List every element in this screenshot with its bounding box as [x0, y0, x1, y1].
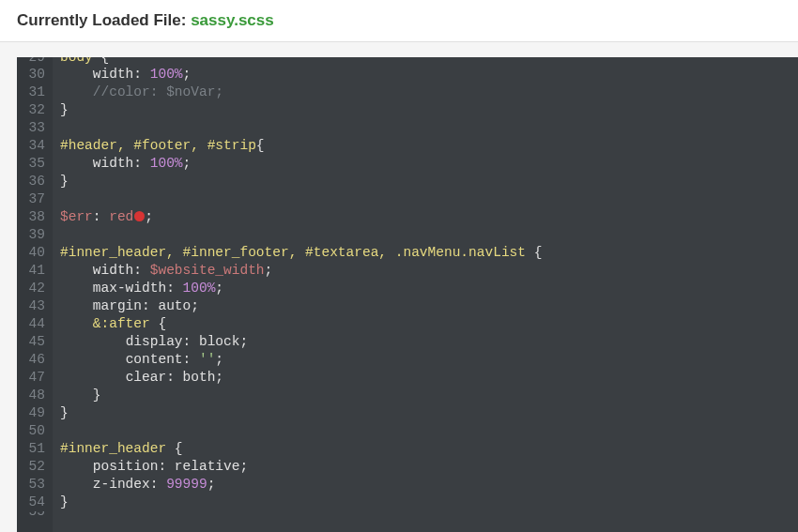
token-sel: &:after	[93, 316, 159, 331]
line-number: 55	[24, 511, 45, 520]
line-number: 49	[24, 404, 45, 422]
code-line[interactable]: display: block;	[60, 333, 542, 351]
token-str: ''	[199, 352, 215, 367]
token-sel: #header, #footer, #strip	[60, 138, 256, 153]
file-header-label: Currently Loaded File:	[17, 11, 191, 29]
token-num: 100%	[183, 281, 216, 296]
line-number: 38	[24, 208, 45, 226]
token-punc: ;	[183, 156, 192, 171]
token-prop: max-width	[93, 281, 166, 296]
token-kw: auto	[158, 298, 191, 313]
token-punc: :	[166, 281, 175, 296]
token-punc: ;	[239, 334, 248, 349]
token-punc: :	[133, 156, 142, 171]
code-line[interactable]	[60, 190, 542, 208]
file-header-filename: sassy.scss	[191, 11, 274, 29]
code-line[interactable]: }	[60, 173, 542, 190]
line-number: 50	[24, 422, 45, 440]
token-sel: #inner_header	[60, 441, 175, 456]
token-punc: :	[93, 209, 101, 224]
token-comm: //color: $noVar;	[93, 84, 223, 99]
code-line[interactable]	[60, 226, 542, 244]
color-swatch-icon	[134, 211, 145, 221]
token-punc: }	[60, 102, 69, 117]
code-line[interactable]: width: 100%;	[60, 155, 542, 173]
line-number: 37	[24, 190, 45, 208]
line-number: 41	[24, 262, 45, 280]
token-num: 99999	[166, 477, 207, 492]
token-num: 100%	[150, 156, 183, 171]
code-line[interactable]: body {	[60, 57, 542, 66]
token-kw: both	[183, 370, 216, 385]
token-punc: :	[183, 352, 192, 367]
line-number: 52	[24, 458, 45, 476]
code-line[interactable]	[60, 511, 542, 520]
token-punc: ;	[191, 298, 199, 313]
code-line[interactable]: #inner_header, #inner_footer, #textarea,…	[60, 244, 542, 262]
token-prop: display	[126, 334, 183, 349]
code-line[interactable]: z-index: 99999;	[60, 476, 542, 494]
code-area[interactable]: body { width: 100%; //color: $noVar;}#he…	[53, 57, 542, 532]
token-kw: block	[199, 334, 240, 349]
token-punc: {	[158, 316, 166, 331]
file-header: Currently Loaded File: sassy.scss	[0, 0, 798, 42]
token-punc: {	[175, 441, 183, 456]
token-prop: position	[93, 459, 159, 474]
line-number: 33	[24, 119, 45, 137]
token-prop: z-index	[93, 477, 150, 492]
code-line[interactable]: #header, #footer, #strip{	[60, 137, 542, 155]
line-number: 31	[24, 84, 45, 101]
code-line[interactable]: clear: both;	[60, 369, 542, 387]
token-punc: ;	[145, 209, 153, 224]
token-punc: ;	[265, 263, 273, 278]
code-line[interactable]: position: relative;	[60, 458, 542, 476]
token-punc: :	[133, 67, 142, 82]
token-punc: :	[166, 370, 175, 385]
code-line[interactable]: }	[60, 387, 542, 404]
line-number: 54	[24, 494, 45, 511]
code-line[interactable]: }	[60, 101, 542, 119]
code-editor[interactable]: 2930313233343536373839404142434445464748…	[17, 57, 798, 532]
code-line[interactable]: #inner_header {	[60, 440, 542, 458]
token-num: 100%	[150, 67, 183, 82]
token-punc	[142, 67, 150, 82]
token-punc: {	[534, 245, 543, 260]
token-prop: margin	[93, 298, 142, 313]
line-number: 35	[24, 155, 45, 173]
code-line[interactable]: &:after {	[60, 315, 542, 333]
token-punc: ;	[183, 67, 192, 82]
line-number: 39	[24, 226, 45, 244]
line-number: 43	[24, 297, 45, 315]
code-line[interactable]: content: '';	[60, 351, 542, 369]
token-prop: width	[93, 156, 134, 171]
line-number: 46	[24, 351, 45, 369]
token-punc: :	[142, 298, 150, 313]
code-line[interactable]: }	[60, 494, 542, 511]
token-punc: }	[93, 388, 101, 403]
token-prop: content	[126, 352, 183, 367]
token-punc: }	[60, 405, 69, 420]
token-punc	[158, 477, 166, 492]
line-number: 53	[24, 476, 45, 494]
code-line[interactable]: width: 100%;	[60, 66, 542, 84]
code-line[interactable]: max-width: 100%;	[60, 280, 542, 297]
code-line[interactable]: margin: auto;	[60, 297, 542, 315]
token-punc	[175, 370, 183, 385]
token-punc	[166, 459, 175, 474]
token-punc: }	[60, 174, 69, 189]
code-line[interactable]: }	[60, 404, 542, 422]
code-line[interactable]: //color: $noVar;	[60, 84, 542, 101]
line-number: 30	[24, 66, 45, 84]
token-punc: ;	[215, 352, 223, 367]
token-punc	[191, 334, 199, 349]
token-punc: :	[183, 334, 192, 349]
line-number: 40	[24, 244, 45, 262]
code-line[interactable]: $err: red;	[60, 208, 542, 226]
code-line[interactable]	[60, 119, 542, 137]
line-number: 36	[24, 173, 45, 190]
code-line[interactable]	[60, 422, 542, 440]
code-line[interactable]: width: $website_width;	[60, 262, 542, 280]
token-punc: :	[158, 459, 166, 474]
token-punc: }	[60, 494, 69, 509]
line-number: 29	[24, 57, 45, 66]
